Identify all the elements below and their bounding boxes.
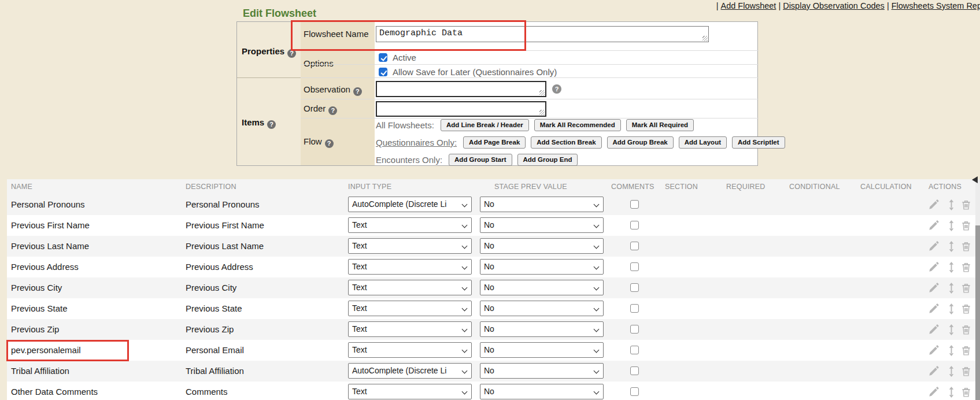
stage-prev-value-select[interactable]: No [480, 301, 604, 316]
reorder-icon[interactable] [948, 241, 960, 252]
mark-all-recommended-button[interactable]: Mark All Recommended [534, 119, 621, 131]
nav-separator: | [885, 1, 892, 10]
delete-icon[interactable] [961, 199, 973, 210]
stage-prev-value-select[interactable]: No [480, 259, 604, 275]
comments-checkbox[interactable] [630, 387, 639, 396]
input-type-select[interactable]: Text [348, 280, 472, 295]
add-line-break-header-button[interactable]: Add Line Break / Header [441, 119, 529, 131]
row-description: Comments [186, 382, 228, 400]
help-icon[interactable] [552, 84, 561, 94]
delete-icon[interactable] [961, 220, 973, 231]
edit-icon[interactable] [929, 199, 940, 210]
add-group-start-button[interactable]: Add Group Start [449, 154, 512, 166]
edit-icon[interactable] [929, 262, 940, 273]
help-icon[interactable] [328, 106, 337, 115]
stage-prev-value-select[interactable]: No [480, 280, 604, 295]
reorder-icon[interactable] [948, 366, 960, 377]
chevron-down-icon [462, 347, 468, 353]
delete-icon[interactable] [961, 303, 973, 314]
stage-prev-value-select[interactable]: No [480, 342, 604, 358]
edit-icon[interactable] [929, 387, 940, 398]
delete-icon[interactable] [961, 283, 973, 294]
reorder-icon[interactable] [948, 345, 960, 356]
stage-prev-value-select[interactable]: No [480, 363, 604, 379]
reorder-icon[interactable] [948, 262, 960, 273]
help-icon[interactable] [267, 120, 276, 129]
nav-link-add-flowsheet[interactable]: Add Flowsheet [720, 1, 776, 10]
row-divider [301, 99, 759, 99]
scrollbar-thumb[interactable] [975, 225, 980, 400]
comments-checkbox[interactable] [630, 262, 639, 271]
delete-icon[interactable] [961, 324, 973, 335]
flowsheet-name-input[interactable]: Demographic Data [376, 26, 709, 42]
delete-icon[interactable] [961, 241, 973, 252]
delete-icon[interactable] [961, 387, 973, 398]
stage-prev-value-select[interactable]: No [480, 384, 604, 399]
stage-prev-value-select[interactable]: No [480, 197, 604, 212]
edit-icon[interactable] [929, 220, 940, 231]
table-row-other-data-comments: Other Data Comments Comments Text No [7, 382, 975, 400]
comments-checkbox[interactable] [630, 304, 639, 313]
add-group-break-button[interactable]: Add Group Break [607, 136, 674, 149]
add-scriptlet-button[interactable]: Add Scriptlet [732, 136, 785, 149]
edit-icon[interactable] [929, 366, 940, 377]
edit-icon[interactable] [929, 283, 940, 294]
observation-input[interactable] [376, 81, 546, 97]
allow-save-checkbox[interactable] [379, 68, 387, 76]
nav-link-flowsheets-system-rep[interactable]: Flowsheets System Rep [892, 1, 980, 10]
reorder-icon[interactable] [948, 199, 960, 210]
input-type-select[interactable]: Text [348, 321, 472, 337]
table-row-pev-personalemail: pev.personalemail Personal Email Text No [7, 340, 975, 361]
reorder-icon[interactable] [948, 387, 960, 398]
column-header-comments: COMMENTS [611, 179, 654, 194]
row-name: Previous Address [11, 257, 79, 277]
row-name: pev.personalemail [11, 340, 81, 361]
stage-prev-value-select[interactable]: No [480, 217, 604, 233]
comments-checkbox[interactable] [630, 346, 639, 354]
stage-prev-value-select[interactable]: No [480, 238, 604, 254]
comments-checkbox[interactable] [630, 221, 639, 229]
delete-icon[interactable] [961, 366, 973, 377]
reorder-icon[interactable] [948, 303, 960, 314]
comments-checkbox[interactable] [630, 283, 639, 292]
edit-icon[interactable] [929, 324, 940, 335]
edit-icon[interactable] [929, 303, 940, 314]
input-type-select[interactable]: Text [348, 259, 472, 275]
table-row-personal-pronouns: Personal Pronouns Personal Pronouns Auto… [7, 194, 975, 215]
edit-icon[interactable] [929, 241, 940, 252]
add-section-break-button[interactable]: Add Section Break [531, 136, 601, 149]
chevron-down-icon [462, 264, 468, 270]
help-icon[interactable] [353, 87, 362, 96]
input-type-select[interactable]: AutoComplete (Discrete Li [348, 197, 472, 212]
nav-separator: | [776, 1, 783, 10]
help-icon[interactable] [287, 49, 296, 58]
input-type-select[interactable]: Text [348, 384, 472, 399]
active-checkbox[interactable] [379, 53, 387, 62]
input-type-select[interactable]: Text [348, 238, 472, 254]
stage-prev-value-select[interactable]: No [480, 321, 604, 337]
add-layout-button[interactable]: Add Layout [679, 136, 727, 149]
flow-group: Encounters Only:Add Group StartAdd Group… [376, 154, 757, 166]
input-type-select[interactable]: Text [348, 342, 472, 358]
add-group-end-button[interactable]: Add Group End [517, 154, 578, 166]
mark-all-required-button[interactable]: Mark All Required [626, 119, 694, 131]
comments-checkbox[interactable] [630, 242, 639, 250]
input-type-select[interactable]: AutoComplete (Discrete Li [348, 363, 472, 379]
comments-checkbox[interactable] [630, 200, 639, 209]
row-name: Previous Zip [11, 319, 59, 340]
help-icon[interactable] [325, 139, 334, 148]
reorder-icon[interactable] [948, 220, 960, 231]
reorder-icon[interactable] [948, 324, 960, 335]
row-divider [301, 77, 759, 78]
input-type-select[interactable]: Text [348, 301, 472, 316]
nav-link-display-observation-codes[interactable]: Display Observation Codes [783, 1, 885, 10]
edit-icon[interactable] [929, 345, 940, 356]
comments-checkbox[interactable] [630, 366, 639, 375]
delete-icon[interactable] [961, 345, 973, 356]
reorder-icon[interactable] [948, 283, 960, 294]
comments-checkbox[interactable] [630, 325, 639, 334]
order-input[interactable] [376, 101, 546, 117]
delete-icon[interactable] [961, 262, 973, 273]
add-page-break-button[interactable]: Add Page Break [463, 136, 526, 149]
input-type-select[interactable]: Text [348, 217, 472, 233]
